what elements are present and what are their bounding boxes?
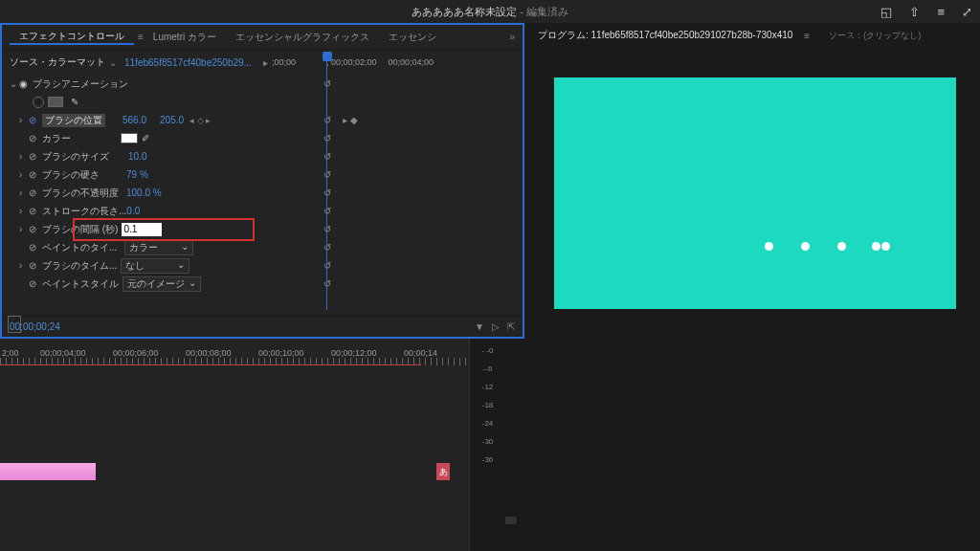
prop-brush-size: ブラシのサイズ: [42, 150, 109, 164]
tab-essential[interactable]: エッセンシ: [379, 31, 446, 44]
reset-icon[interactable]: ↺: [323, 151, 331, 162]
reset-icon[interactable]: ↺: [323, 169, 331, 180]
db-label: - -0: [482, 346, 494, 355]
db-label: -12: [482, 383, 494, 391]
stopwatch-icon[interactable]: ⊘: [29, 224, 42, 234]
dropdown-icon[interactable]: ⌄: [109, 57, 117, 68]
tab-essential-graphics[interactable]: エッセンシャルグラフィックス: [226, 31, 379, 44]
stopwatch-icon[interactable]: ⊘: [29, 206, 42, 216]
prop-paint-time: ペイントのタイ...: [42, 241, 117, 254]
ellipse-mask-icon[interactable]: [33, 97, 44, 108]
stopwatch-icon[interactable]: ⊘: [29, 260, 42, 271]
value-y[interactable]: 205.0: [160, 115, 184, 125]
ruler-time: 2;00: [2, 348, 19, 358]
program-monitor: [530, 48, 980, 339]
reset-icon[interactable]: ↺: [323, 115, 331, 125]
reset-icon[interactable]: ↺: [323, 133, 331, 143]
stopwatch-icon[interactable]: ⊘: [29, 278, 42, 289]
paint-dot: [881, 242, 890, 251]
time-ruler[interactable]: 2;00 00;00;04;00 00;00;06;00 00;00;08;00…: [0, 339, 469, 367]
eyedropper-icon[interactable]: ✐: [142, 133, 149, 143]
visibility-icon[interactable]: ◉: [19, 78, 33, 89]
audio-meter: - -0 --6 -12 -18 -24 -30 -36: [469, 339, 505, 551]
db-label: -36: [482, 455, 494, 464]
time-label: ;00;00: [272, 57, 296, 67]
pen-mask-icon[interactable]: ✎: [71, 97, 78, 108]
paint-dot: [765, 242, 773, 251]
program-tab[interactable]: プログラム: 11feb65f8517cf40be250b291027b28b-…: [538, 29, 792, 42]
expand-icon[interactable]: ›: [19, 224, 29, 234]
ruler-time: 00;00;06;00: [113, 348, 159, 358]
stopwatch-icon[interactable]: ⊘: [29, 169, 42, 180]
db-label: --6: [483, 364, 493, 373]
value-x[interactable]: 566.0: [122, 115, 146, 125]
value[interactable]: 0.0: [126, 206, 140, 216]
expand-icon[interactable]: ›: [19, 260, 29, 271]
fullscreen-icon[interactable]: ⤢: [962, 5, 972, 19]
effect-name: ブラシアニメーション: [33, 77, 128, 91]
export-icon[interactable]: ⇱: [507, 321, 515, 332]
video-clip[interactable]: [0, 463, 96, 480]
expand-icon[interactable]: ⌄: [10, 78, 19, 89]
keyframe-nav[interactable]: ◂ ◇ ▸: [189, 116, 211, 125]
ruler-time: 00;00;12;00: [331, 348, 377, 358]
rect-mask-icon[interactable]: [48, 97, 63, 107]
timeline-right-area: [505, 339, 980, 551]
reset-icon[interactable]: ↺: [323, 224, 331, 234]
color-swatch[interactable]: [121, 133, 138, 143]
panel-menu-icon[interactable]: ≡: [804, 31, 810, 41]
expand-icon[interactable]: ›: [19, 187, 29, 198]
value[interactable]: 79 %: [126, 169, 148, 180]
source-label: ソース・カラーマット: [10, 55, 105, 69]
source-tab[interactable]: ソース：(クリップなし): [829, 30, 921, 42]
stopwatch-icon[interactable]: ⊘: [29, 151, 42, 162]
paint-time-dropdown[interactable]: カラー: [124, 240, 193, 255]
time-label: ; 00;00;02;00: [326, 57, 377, 67]
value[interactable]: 100.0 %: [126, 187, 162, 198]
paint-style-dropdown[interactable]: 元のイメージ: [122, 276, 201, 292]
reset-icon[interactable]: ↺: [323, 206, 331, 216]
preview-canvas[interactable]: [554, 77, 956, 309]
stopwatch-icon[interactable]: ⊘: [29, 115, 42, 125]
timeline-panel[interactable]: 2;00 00;00;04;00 00;00;06;00 00;00;08;00…: [0, 339, 469, 551]
expand-icon[interactable]: ›: [19, 115, 29, 125]
reset-icon[interactable]: ↺: [323, 260, 331, 271]
stopwatch-icon[interactable]: ⊘: [29, 133, 42, 143]
stopwatch-icon[interactable]: ⊘: [29, 187, 42, 198]
video-clip-small[interactable]: あ: [436, 463, 450, 480]
stopwatch-icon[interactable]: ⊘: [29, 242, 42, 253]
work-area-bar[interactable]: [0, 364, 421, 365]
keyframe-indicator[interactable]: ▸ ◆: [343, 115, 358, 125]
window-title: あああああ名称未設定 - 編集済み: [412, 5, 568, 19]
more-tabs-icon[interactable]: »: [509, 32, 515, 42]
mini-timeline[interactable]: ▸ ;00;00 ; 00;00;02;00 00;00;04;00: [263, 50, 515, 75]
expand-icon[interactable]: ›: [19, 151, 29, 162]
share-icon[interactable]: ⇧: [909, 5, 920, 19]
menu-bars-icon[interactable]: ≡: [937, 5, 945, 19]
db-label: -18: [482, 401, 494, 409]
db-label: -30: [482, 437, 494, 446]
prop-brush-spacing: ブラシの間隔 (秒): [42, 223, 118, 236]
project-item-icon[interactable]: [8, 316, 21, 333]
filter-icon[interactable]: ▼: [475, 321, 484, 332]
brush-time-dropdown[interactable]: なし: [121, 258, 189, 274]
prop-brush-hardness: ブラシの硬さ: [42, 168, 100, 182]
expand-icon[interactable]: ›: [19, 206, 29, 216]
reset-icon[interactable]: ↺: [323, 242, 331, 253]
ruler-time: 00;00;14: [404, 348, 437, 358]
brush-spacing-input[interactable]: [122, 223, 162, 236]
time-label: 00;00;04;00: [388, 57, 434, 67]
reset-icon[interactable]: ↺: [323, 278, 331, 289]
effect-controls-panel: エフェクトコントロール ≡ Lumetri カラー エッセンシャルグラフィックス…: [0, 23, 524, 339]
play-icon[interactable]: ▷: [492, 321, 500, 332]
paint-dot: [801, 242, 810, 251]
tab-lumetri[interactable]: Lumetri カラー: [144, 31, 226, 44]
tab-effect-controls[interactable]: エフェクトコントロール: [10, 30, 134, 45]
overlap-icon[interactable]: ◱: [880, 5, 892, 19]
reset-icon[interactable]: ↺: [323, 187, 331, 198]
expand-icon[interactable]: ›: [19, 169, 29, 180]
playhead-icon[interactable]: [323, 52, 332, 61]
reset-icon[interactable]: ↺: [323, 78, 331, 89]
source-clip-name[interactable]: 11feb65f8517cf40be250b29...: [124, 57, 252, 68]
value[interactable]: 10.0: [128, 151, 146, 162]
